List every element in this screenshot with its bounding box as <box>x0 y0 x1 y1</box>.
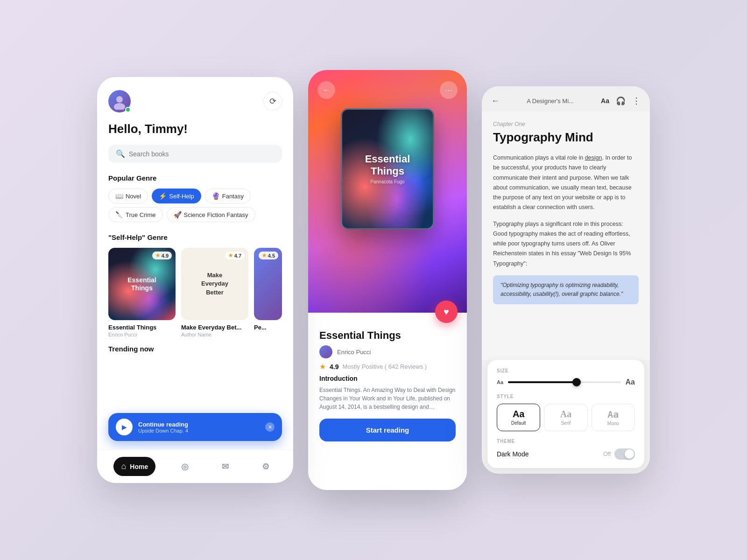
self-help-label: "Self-Help" Genre <box>108 233 282 241</box>
nav-settings[interactable]: ⚙ <box>254 457 277 476</box>
svg-point-0 <box>116 96 123 103</box>
detail-book-cover: Essential Things Pannacota Fugo <box>341 108 434 230</box>
star-icon-2: ★ <box>228 252 233 259</box>
sync-button[interactable]: ⟳ <box>263 92 282 111</box>
toggle-knob <box>625 449 634 459</box>
back-button[interactable]: ← <box>317 81 335 99</box>
detail-content: Essential Things Enrico Pucci ★ 4.9 Most… <box>308 313 467 490</box>
rating-label: Mostly Positive ( 642 Reviews ) <box>342 363 427 370</box>
novel-icon: 📖 <box>115 192 123 200</box>
theme-row: Dark Mode Off <box>497 448 635 460</box>
avatar[interactable] <box>108 90 131 112</box>
slider-thumb[interactable] <box>572 378 581 386</box>
size-section: SIZE Aa Aa <box>497 368 635 386</box>
nav-home[interactable]: ⌂ Home <box>113 457 155 476</box>
detail-book-name: Essential Things <box>319 329 456 342</box>
explore-icon: ◎ <box>181 462 189 472</box>
genre-tags: 📖 Novel ⚡ Self-Help 🔮 Fantasy 🔪 True Cri… <box>108 189 282 222</box>
toast-text: Continue reading Upside Down Chap. 4 <box>138 421 260 434</box>
style-serif[interactable]: Aa Serif <box>544 404 587 431</box>
search-icon: 🔍 <box>116 149 125 158</box>
reader-back-button[interactable]: ← <box>491 96 500 106</box>
design-link[interactable]: design <box>585 154 602 161</box>
book-author-1: Enrico Pucci <box>108 332 176 337</box>
theme-label: THEME <box>497 439 635 444</box>
reader-top-right: Aa 🎧 ⋮ <box>601 96 641 106</box>
author-avatar <box>319 345 332 358</box>
reader-content: Chapter One Typography Mind Communicatio… <box>482 112 650 360</box>
book-cover-text-1: EssentialThings <box>124 273 160 296</box>
home-header: ⟳ <box>108 90 282 112</box>
style-mono[interactable]: Aa Mono <box>592 404 635 431</box>
toggle-wrap: Off <box>603 448 635 460</box>
style-serif-label: Serif <box>548 420 583 426</box>
trending-label: Trending now <box>108 345 282 353</box>
theme-section: THEME Dark Mode Off <box>497 439 635 460</box>
style-default-aa: Aa <box>501 409 536 420</box>
highlight-block: "Optimizing typography is optimizing rea… <box>493 275 639 304</box>
size-large-label: Aa <box>626 378 635 386</box>
detail-cover-title: Essential Things Pannacota Fugo <box>342 146 433 193</box>
book-cover-text-2: MakeEverydayBetter <box>196 266 234 302</box>
book-card-1[interactable]: EssentialThings ★ 4.9 Essential Things E… <box>108 248 176 337</box>
style-serif-aa: Aa <box>548 409 583 420</box>
toast-close-button[interactable]: ✕ <box>265 422 275 432</box>
book-title-1: Essential Things <box>108 324 176 331</box>
inbox-icon: ✉ <box>222 462 229 472</box>
toggle-state-label: Off <box>603 451 611 457</box>
nav-explore[interactable]: ◎ <box>174 457 196 476</box>
reader-paragraph-2: Typography plays a significant role in t… <box>493 219 639 269</box>
style-label: STYLE <box>497 394 635 399</box>
genre-self-help[interactable]: ⚡ Self-Help <box>152 189 201 203</box>
search-bar[interactable]: 🔍 <box>108 145 282 163</box>
toast-play-button[interactable]: ▶ <box>116 419 133 435</box>
popular-genre-label: Popular Genre <box>108 174 282 182</box>
size-small-label: Aa <box>497 379 503 385</box>
search-input[interactable] <box>129 150 275 158</box>
book-cover-1: EssentialThings ★ 4.9 <box>108 248 176 320</box>
books-grid: EssentialThings ★ 4.9 Essential Things E… <box>108 248 282 337</box>
size-slider[interactable] <box>508 381 620 383</box>
highlight-text: "Optimizing typography is optimizing rea… <box>500 281 631 299</box>
rating-badge-3: ★ 4.5 <box>259 252 278 259</box>
style-mono-aa: Aa <box>596 409 631 420</box>
online-dot <box>125 107 131 112</box>
more-button[interactable]: ⋯ <box>440 81 458 99</box>
style-section: STYLE Aa Default Aa Serif Aa Mono <box>497 394 635 431</box>
fantasy-icon: 🔮 <box>212 192 220 200</box>
continue-reading-toast[interactable]: ▶ Continue reading Upside Down Chap. 4 ✕ <box>108 413 282 441</box>
style-mono-label: Mono <box>596 421 631 426</box>
toast-subtitle: Upside Down Chap. 4 <box>138 428 260 434</box>
font-size-button[interactable]: Aa <box>601 97 609 105</box>
heart-fab-button[interactable]: ♥ <box>435 301 458 323</box>
self-help-icon: ⚡ <box>159 192 167 200</box>
reader-top-bar: ← A Designer's Mi... Aa 🎧 ⋮ <box>482 86 650 112</box>
dark-mode-toggle[interactable] <box>614 448 635 460</box>
book-card-2[interactable]: MakeEverydayBetter ★ 4.7 Make Everyday B… <box>181 248 248 337</box>
nav-inbox[interactable]: ✉ <box>214 457 236 476</box>
slider-fill <box>508 381 576 383</box>
detail-author-row: Enrico Pucci <box>319 345 456 358</box>
book-card-3[interactable]: ★ 4.5 Pe... <box>254 248 282 337</box>
headphones-icon[interactable]: 🎧 <box>616 96 626 106</box>
true-crime-icon: 🔪 <box>115 211 123 218</box>
more-options-button[interactable]: ⋮ <box>632 96 641 106</box>
star-icon-1: ★ <box>155 252 160 259</box>
rating-badge-2: ★ 4.7 <box>225 252 245 259</box>
book-title-3: Pe... <box>254 324 282 331</box>
style-default[interactable]: Aa Default <box>497 404 540 431</box>
start-reading-button[interactable]: Start reading <box>319 419 456 441</box>
genre-fantasy[interactable]: 🔮 Fantasy <box>205 189 251 203</box>
detail-top-bar: ← ⋯ <box>317 81 458 99</box>
home-icon: ⌂ <box>121 462 126 471</box>
dark-mode-label: Dark Mode <box>497 450 529 458</box>
genre-novel[interactable]: 📖 Novel <box>108 189 148 203</box>
rating-stars: ★ <box>319 362 326 371</box>
star-icon-3: ★ <box>262 252 267 259</box>
chapter-label: Chapter One <box>493 121 639 127</box>
rating-number: 4.9 <box>330 363 338 371</box>
chapter-title: Typography Mind <box>493 130 639 145</box>
book-author-2: Author Name <box>181 332 248 337</box>
genre-scifi[interactable]: 🚀 Science Fiction Fantasy <box>167 207 255 222</box>
genre-true-crime[interactable]: 🔪 True Crime <box>108 207 163 222</box>
